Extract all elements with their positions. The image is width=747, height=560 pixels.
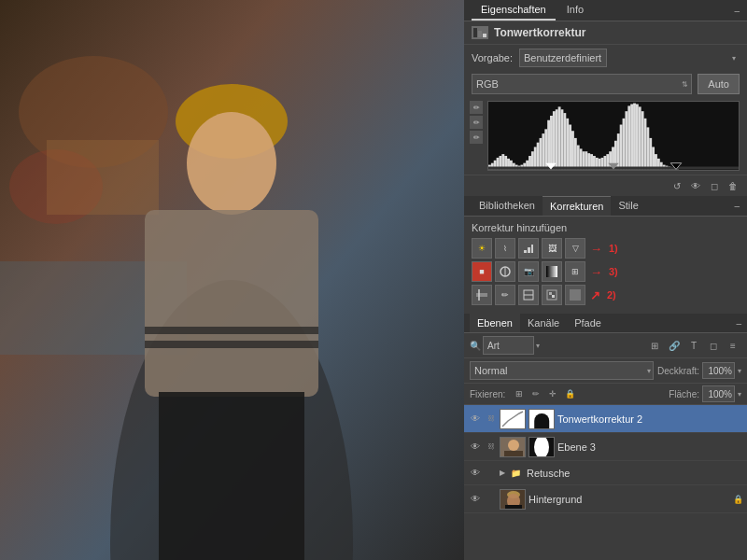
solid-color-btn[interactable]: ■ bbox=[472, 261, 492, 282]
layer-name-ebene3: Ebene 3 bbox=[557, 441, 743, 453]
properties-title: Tonwertkorrektur bbox=[494, 26, 585, 39]
annotation-1: 1) bbox=[609, 243, 618, 254]
adj-3[interactable] bbox=[518, 285, 539, 305]
tab-ebenen[interactable]: Ebenen bbox=[470, 314, 520, 332]
folder-icon: 📁 bbox=[511, 469, 521, 478]
grid-btn[interactable]: ⊞ bbox=[565, 261, 585, 282]
layer-item-ebene3[interactable]: 👁 ⛓ Ebene 3 bbox=[464, 433, 747, 461]
hintergrund-lock-icon: 🔒 bbox=[733, 495, 743, 504]
camera-btn[interactable]: 📷 bbox=[518, 261, 539, 282]
eyedropper-1[interactable]: ✏ bbox=[470, 101, 483, 114]
brightness-icon-btn[interactable]: ☀ bbox=[472, 238, 492, 259]
svg-rect-46 bbox=[569, 125, 571, 170]
korr-row3: ✏ ↗ 2) bbox=[472, 285, 740, 305]
tab-kanaele[interactable]: Kanäle bbox=[520, 314, 567, 332]
layer-name-retusche: Retusche bbox=[527, 468, 743, 479]
svg-rect-68 bbox=[627, 105, 630, 169]
gradient-map-btn[interactable]: ▽ bbox=[565, 238, 585, 259]
layer-eye-ebene3[interactable]: 👁 bbox=[468, 440, 483, 455]
svg-rect-50 bbox=[580, 148, 583, 169]
layer-item-hintergrund[interactable]: 👁 Hintergrund 🔒 bbox=[464, 485, 747, 513]
properties-collapse[interactable]: – bbox=[734, 6, 740, 16]
adj-4[interactable] bbox=[542, 285, 562, 305]
text-tool-icon[interactable]: T bbox=[685, 337, 702, 354]
eyedropper-3[interactable]: ✏ bbox=[470, 131, 483, 144]
svg-rect-35 bbox=[540, 138, 543, 170]
svg-rect-10 bbox=[145, 341, 318, 348]
svg-rect-4 bbox=[47, 140, 159, 215]
svg-rect-36 bbox=[542, 133, 544, 169]
fix-lock-icon[interactable]: 🔒 bbox=[563, 387, 576, 400]
layer-link-tonwert: ⛓ bbox=[486, 413, 497, 425]
svg-rect-49 bbox=[577, 146, 580, 170]
layer-filter-select[interactable]: Art bbox=[483, 336, 534, 355]
mask-icon[interactable]: ◻ bbox=[705, 337, 722, 354]
tab-eigenschaften[interactable]: Eigenschaften bbox=[472, 0, 556, 21]
svg-point-107 bbox=[508, 440, 519, 451]
tab-stile[interactable]: Stile bbox=[611, 196, 645, 216]
photo-icon-btn[interactable]: 🖼 bbox=[542, 238, 562, 259]
auto-button[interactable]: Auto bbox=[698, 74, 740, 94]
svg-rect-40 bbox=[553, 111, 556, 169]
hue-sat-btn[interactable] bbox=[495, 261, 515, 282]
layers-collapse[interactable]: – bbox=[736, 318, 741, 329]
tab-info[interactable]: Info bbox=[557, 0, 593, 21]
layer-group-retusche[interactable]: 👁 ▶ 📁 Retusche bbox=[464, 461, 747, 485]
levels-icon-btn[interactable] bbox=[518, 238, 539, 259]
eye-visibility-icon[interactable]: 👁 bbox=[687, 177, 704, 194]
blend-mode-select[interactable]: Normal bbox=[470, 361, 654, 380]
tab-pfade[interactable]: Pfade bbox=[567, 314, 609, 332]
eyedropper-2[interactable]: ✏ bbox=[470, 116, 483, 129]
svg-rect-33 bbox=[534, 147, 537, 169]
rgb-select[interactable]: RGB bbox=[472, 74, 692, 94]
fix-all-icon[interactable]: ⊞ bbox=[513, 387, 526, 400]
layer-thumb-ebene3 bbox=[500, 437, 526, 457]
flaeche-input[interactable] bbox=[702, 385, 735, 402]
reset-icon[interactable]: ↺ bbox=[669, 177, 685, 194]
adj-5[interactable] bbox=[565, 285, 585, 305]
vorgabe-label: Vorgabe: bbox=[472, 52, 514, 63]
properties-tabs: Eigenschaften Info – bbox=[464, 0, 747, 21]
korr-tab-group: Bibliotheken Korrekturen Stile bbox=[472, 196, 646, 216]
histogram-svg bbox=[488, 102, 739, 170]
layer-item-tonwert[interactable]: 👁 ⛓ Tonwertkorrektur 2 bbox=[464, 405, 747, 433]
svg-rect-115 bbox=[505, 505, 522, 510]
svg-rect-45 bbox=[566, 119, 569, 170]
mask-toggle-icon[interactable]: ◻ bbox=[706, 177, 723, 194]
svg-rect-65 bbox=[620, 125, 623, 170]
fixieren-row: Fixieren: ⊞ ✏ ✛ 🔒 Fläche: ▾ bbox=[464, 384, 747, 405]
layer-eye-hintergrund[interactable]: 👁 bbox=[468, 492, 483, 507]
gradient-btn[interactable] bbox=[542, 261, 562, 282]
adj-2[interactable]: ✏ bbox=[495, 285, 515, 305]
korrekturen-collapse[interactable]: – bbox=[734, 201, 740, 211]
korr-row2: ■ 📷 ⊞ → 3) bbox=[472, 261, 740, 282]
layer-eye-tonwert[interactable]: 👁 bbox=[468, 412, 483, 427]
background-texture bbox=[0, 0, 464, 560]
curves-icon-btn[interactable]: ⌇ bbox=[495, 238, 515, 259]
deckkraft-arrow: ▾ bbox=[738, 367, 741, 375]
fix-paint-icon[interactable]: ✏ bbox=[529, 387, 543, 400]
layer-eye-retusche[interactable]: 👁 bbox=[468, 466, 483, 481]
new-layer-icon[interactable]: ⊞ bbox=[646, 337, 663, 354]
tab-bibliotheken[interactable]: Bibliotheken bbox=[472, 196, 543, 216]
layer-mask-ebene3 bbox=[529, 437, 555, 457]
trash-icon[interactable]: 🗑 bbox=[725, 177, 741, 194]
adj-1[interactable] bbox=[472, 285, 492, 305]
deckkraft-input[interactable] bbox=[702, 362, 735, 379]
rgb-select-wrapper: RGB ⇅ bbox=[472, 74, 692, 94]
svg-rect-72 bbox=[639, 106, 641, 169]
svg-rect-8 bbox=[145, 210, 318, 397]
rgb-row: RGB ⇅ Auto bbox=[464, 71, 747, 97]
svg-rect-77 bbox=[652, 147, 655, 169]
tonwert-icon bbox=[472, 26, 488, 39]
layers-tab-group: Ebenen Kanäle Pfade bbox=[470, 314, 609, 332]
link-icon[interactable]: 🔗 bbox=[666, 337, 683, 354]
vorgabe-select[interactable]: Benutzerdefiniert bbox=[519, 49, 607, 67]
tab-korrekturen[interactable]: Korrekturen bbox=[543, 196, 611, 216]
deckkraft-label: Deckkraft: bbox=[657, 366, 699, 376]
annotation-arrow-3: → bbox=[590, 265, 602, 279]
svg-rect-13 bbox=[478, 31, 482, 37]
korr-row1-wrapper: ☀ ⌇ 🖼 ▽ → 1) bbox=[472, 238, 740, 259]
more-icon[interactable]: ≡ bbox=[725, 337, 741, 354]
fix-move-icon[interactable]: ✛ bbox=[546, 387, 559, 400]
